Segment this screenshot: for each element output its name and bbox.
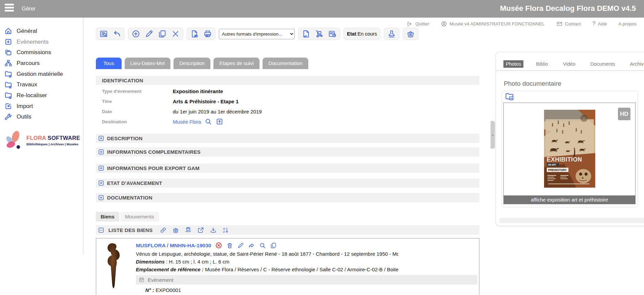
sidebar-item-label: Re-localiser	[17, 92, 47, 99]
search-icon[interactable]	[259, 242, 266, 249]
link-icon[interactable]	[160, 227, 167, 234]
subtab-biens[interactable]: Biens	[96, 212, 119, 222]
remove-circle-icon[interactable]	[215, 242, 222, 249]
expand-plus-icon[interactable]	[99, 166, 104, 171]
numero-label: N° :	[145, 287, 154, 293]
status-badge: Etat : En cours	[344, 28, 380, 40]
folder-image-icon[interactable]	[504, 92, 515, 101]
field-label: Date	[96, 109, 173, 114]
hamburger-menu-icon[interactable]	[5, 4, 15, 14]
expand-plus-icon[interactable]	[99, 149, 104, 154]
about-label: A propos	[619, 21, 637, 26]
sidebar-item-parcours[interactable]: Parcours	[0, 58, 83, 69]
bien-reference-link[interactable]: MUSFLORA / MNHN-HA-19030	[136, 243, 211, 249]
sidebar-item-outils[interactable]: Outils	[0, 112, 83, 123]
media-tab-video[interactable]: Vidéo	[561, 60, 578, 68]
field-row-titre: Titre Arts & Préhistoire - Etape 1	[96, 96, 262, 106]
poster-banner: PREHISTORY	[548, 168, 567, 172]
media-tab-documents[interactable]: Documents	[588, 60, 617, 68]
section-documentation[interactable]: DOCUMENTATION	[96, 193, 479, 202]
duplicate-icon[interactable]	[270, 242, 277, 249]
section-title: DOCUMENTATION	[107, 195, 152, 201]
status-value: En cours	[357, 31, 377, 37]
bien-description: Vénus de Lespugue, archéologie, statue, …	[136, 251, 398, 257]
venus-statuette-thumbnail[interactable]	[102, 242, 125, 290]
trash-icon[interactable]	[226, 242, 233, 249]
sidebar-item-gestion-materielle[interactable]: Gestion matérielle	[0, 69, 83, 80]
expand-plus-icon[interactable]	[99, 181, 104, 186]
external-link-icon[interactable]	[197, 227, 204, 234]
print-format-select[interactable]: Autres formats d'impression...	[219, 29, 295, 39]
event-section-bar[interactable]: Evénement	[136, 275, 477, 285]
printer-icon[interactable]	[203, 29, 212, 38]
hand-truck-icon[interactable]	[315, 29, 324, 38]
record-tabs: Tous Lieu-Dates-Mvt Description Etapes d…	[96, 58, 308, 69]
sidebar-item-evenements[interactable]: Evènements	[0, 37, 83, 47]
section-informations-complementaires[interactable]: INFORMATIONS COMPLEMENTAIRES	[96, 147, 479, 156]
section-informations-export-gam[interactable]: INFORMATIONS POUR EXPORT GAM	[96, 164, 479, 173]
tab-documentation[interactable]: Documentation	[263, 58, 308, 69]
share-arrow-icon[interactable]	[248, 242, 255, 249]
brand-tagline: Bibliothèques | Archives | Musées	[26, 142, 80, 146]
exhibition-poster-image[interactable]: EXHIBITION ON ART PREHISTORY	[544, 110, 595, 188]
list-search-icon[interactable]	[99, 29, 108, 38]
sidebar-item-commissions[interactable]: Commissions	[0, 47, 83, 58]
sidebar-item-general[interactable]: Général	[0, 26, 83, 37]
section-title: INFORMATIONS POUR EXPORT GAM	[107, 165, 200, 171]
media-tab-archives[interactable]: Archives	[628, 60, 644, 68]
undo-icon[interactable]	[112, 29, 121, 38]
quit-button[interactable]: Quitter	[407, 21, 429, 27]
record-clock-icon[interactable]	[328, 29, 337, 38]
tab-description[interactable]: Description	[173, 58, 210, 69]
delete-x-icon[interactable]	[171, 29, 180, 38]
duplicate-icon[interactable]	[158, 29, 167, 38]
wrench-icon	[4, 113, 12, 121]
hd-badge[interactable]: HD	[618, 108, 630, 120]
open-record-icon[interactable]	[216, 118, 223, 125]
expand-plus-icon[interactable]	[99, 195, 104, 200]
section-description[interactable]: DESCRIPTION	[96, 134, 479, 143]
record-toolbar: Autres formats d'impression... Etat : En…	[96, 28, 418, 40]
subtab-mouvements[interactable]: Mouvements	[120, 212, 159, 222]
sidebar-item-re-localiser[interactable]: Re-localiser	[0, 90, 83, 101]
flora-logo-text: FLORA SOFTWARE Bibliothèques | Archives …	[26, 135, 80, 146]
media-tab-photos[interactable]: Photos	[503, 60, 523, 68]
section-etat-avancement[interactable]: ETAT D'AVANCEMENT	[96, 178, 479, 188]
question-mark-icon: ?	[592, 20, 595, 27]
expand-plus-icon[interactable]	[99, 136, 104, 141]
sort-az-icon[interactable]: AZ	[222, 227, 229, 234]
current-user[interactable]: Musée v4 ADMINISTRATEUR FONCTIONNEL	[441, 21, 545, 27]
edit-pencil-icon[interactable]	[145, 29, 153, 38]
dimensions-label: Dimensions	[136, 259, 165, 265]
search-icon[interactable]	[205, 118, 212, 125]
tab-tous[interactable]: Tous	[96, 58, 122, 69]
download-icon[interactable]	[210, 227, 217, 234]
section-title: DESCRIPTION	[107, 135, 143, 141]
basket-icon[interactable]	[172, 227, 179, 234]
event-label: Evénement	[148, 277, 173, 283]
media-tab-biblio[interactable]: Biblio	[534, 60, 550, 68]
toolbar-group-basket	[403, 28, 418, 40]
panel-collapse-handle[interactable]: ›	[491, 121, 495, 149]
field-value: du 1er juin 2019 au 1er décembre 2019	[173, 109, 262, 114]
sidebar-item-label: Travaux	[17, 81, 37, 88]
edit-pencil-icon[interactable]	[237, 242, 244, 249]
save-hand-icon[interactable]	[185, 227, 192, 234]
add-icon[interactable]	[131, 29, 140, 38]
stamp-icon[interactable]	[387, 29, 396, 38]
sidebar-item-travaux[interactable]: Travaux	[0, 79, 83, 90]
collapse-minus-icon[interactable]	[99, 228, 104, 233]
tab-etapes-de-suivi[interactable]: Etapes de suivi	[213, 58, 259, 69]
basket-icon[interactable]	[406, 29, 415, 38]
sidebar-item-import[interactable]: Import	[0, 101, 83, 112]
print-document-icon[interactable]	[190, 29, 199, 38]
tab-lieu-dates-mvt[interactable]: Lieu-Dates-Mvt	[125, 58, 171, 69]
document-attach-icon[interactable]	[302, 29, 310, 38]
menu-label[interactable]: Gérer	[22, 0, 36, 18]
help-link[interactable]: ? Aide	[592, 20, 607, 27]
folder-globe-icon	[4, 91, 12, 99]
contact-link[interactable]: Contact	[556, 21, 581, 27]
field-label: Type d'évènement	[96, 89, 173, 94]
about-link[interactable]: A propos	[619, 21, 637, 26]
destination-link[interactable]: Musée Flora	[173, 119, 201, 125]
